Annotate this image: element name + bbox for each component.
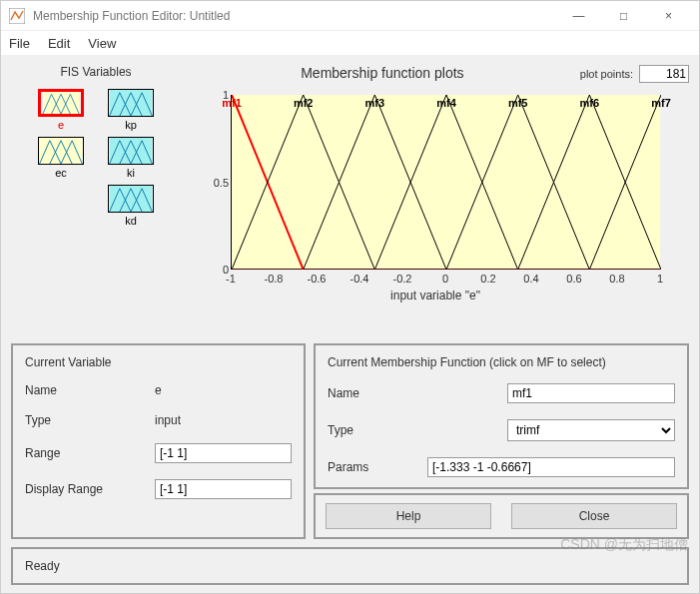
svg-rect-4 xyxy=(110,138,153,164)
mf-line-mf4[interactable] xyxy=(374,95,517,270)
xtick: 0.2 xyxy=(480,273,495,285)
ytick: 1 xyxy=(201,89,229,101)
fis-var-label: ec xyxy=(55,167,67,179)
xtick: -0.4 xyxy=(350,273,369,285)
mf-line-mf6[interactable] xyxy=(518,95,661,270)
mf-label: mf5 xyxy=(508,97,528,109)
minimize-button[interactable]: — xyxy=(556,2,601,30)
mf-label: mf4 xyxy=(436,97,456,109)
fis-var-label: e xyxy=(58,119,64,131)
current-variable-panel: Current Variable Namee Typeinput Range D… xyxy=(11,343,306,539)
fis-var-label: ki xyxy=(127,167,135,179)
mf-label: mf3 xyxy=(365,97,385,109)
plot-xlabel: input variable "e" xyxy=(201,289,670,302)
plot-axes[interactable]: mf1mf2mf3mf4mf5mf6mf7 00.51 -1-0.8-0.6-0… xyxy=(201,85,670,304)
help-button[interactable]: Help xyxy=(326,503,491,529)
svg-rect-2 xyxy=(110,90,153,116)
svg-rect-1 xyxy=(43,92,79,114)
titlebar: Membership Function Editor: Untitled — □… xyxy=(1,1,699,31)
mf-line-mf5[interactable] xyxy=(446,95,589,270)
mf-params-label: Params xyxy=(328,460,427,474)
xtick: -1 xyxy=(226,273,236,285)
menubar: File Edit View xyxy=(1,31,699,55)
fis-variables-title: FIS Variables xyxy=(11,65,181,79)
mf-label: mf2 xyxy=(294,97,314,109)
window-title: Membership Function Editor: Untitled xyxy=(33,9,556,23)
xtick: 0.4 xyxy=(523,273,538,285)
fis-var-e[interactable] xyxy=(38,89,84,117)
fis-var-ec[interactable] xyxy=(38,137,84,165)
var-range-input[interactable] xyxy=(155,443,292,463)
xtick: 1 xyxy=(657,273,663,285)
close-window-button[interactable]: × xyxy=(646,2,691,30)
var-drange-input[interactable] xyxy=(155,479,292,499)
var-name-label: Name xyxy=(25,383,155,397)
var-type-value: input xyxy=(155,413,292,427)
mf-label: mf7 xyxy=(651,97,671,109)
maximize-button[interactable]: □ xyxy=(601,2,646,30)
mf-name-label: Name xyxy=(328,386,507,400)
plot-title: Membership function plots xyxy=(191,65,574,81)
mf-label: mf6 xyxy=(580,97,600,109)
fis-var-kp[interactable] xyxy=(108,89,154,117)
current-variable-title: Current Variable xyxy=(25,355,292,369)
mf-name-input[interactable] xyxy=(507,383,675,403)
svg-rect-5 xyxy=(110,186,153,212)
menu-view[interactable]: View xyxy=(88,36,116,51)
fis-var-label: kp xyxy=(125,119,137,131)
mf-type-select[interactable]: trimf xyxy=(507,419,675,441)
plot-points-input[interactable] xyxy=(639,65,689,83)
var-name-value: e xyxy=(155,383,292,397)
status-bar: Ready xyxy=(11,547,689,585)
xtick: -0.2 xyxy=(393,273,412,285)
mf-type-label: Type xyxy=(328,423,507,437)
xtick: -0.6 xyxy=(308,273,327,285)
menu-file[interactable]: File xyxy=(9,36,30,51)
var-type-label: Type xyxy=(25,413,155,427)
plot-panel: Membership function plots plot points: m… xyxy=(191,65,689,335)
var-drange-label: Display Range xyxy=(25,482,155,496)
xtick: 0.8 xyxy=(609,273,624,285)
svg-rect-3 xyxy=(40,138,83,164)
xtick: 0 xyxy=(442,273,448,285)
fis-var-ki[interactable] xyxy=(108,137,154,165)
mf-params-input[interactable] xyxy=(427,457,675,477)
mf-line-mf2[interactable] xyxy=(232,95,374,270)
close-button[interactable]: Close xyxy=(511,503,677,529)
ytick: 0 xyxy=(201,264,229,276)
current-mf-title: Current Membership Function (click on MF… xyxy=(328,355,675,369)
mf-line-mf3[interactable] xyxy=(304,95,446,270)
xtick: 0.6 xyxy=(566,273,581,285)
menu-edit[interactable]: Edit xyxy=(48,36,70,51)
current-mf-panel: Current Membership Function (click on MF… xyxy=(314,343,689,489)
xtick: -0.8 xyxy=(265,273,284,285)
fis-var-kd[interactable] xyxy=(108,185,154,213)
fis-var-label: kd xyxy=(125,215,137,227)
fis-variables-panel: FIS Variables ekpeckikd xyxy=(11,65,181,335)
app-icon xyxy=(9,8,25,24)
plot-points-label: plot points: xyxy=(580,68,633,80)
ytick: 0.5 xyxy=(201,177,229,189)
var-range-label: Range xyxy=(25,446,155,460)
